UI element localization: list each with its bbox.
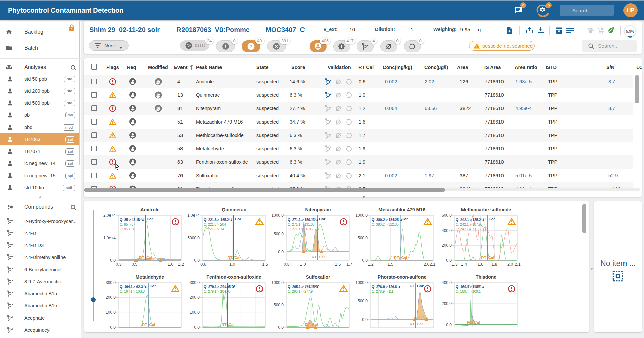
svg-text:Q: 169.4 > 109.1: Q: 169.4 > 109.1 [456, 289, 481, 293]
svg-text:Q: 279.1 > 104.05: Q: 279.1 > 104.05 [204, 289, 231, 293]
svg-text:600.0: 600.0 [442, 213, 452, 218]
svg-text:0.5: 0.5 [132, 262, 137, 267]
svg-text:5.9%: 5.9% [626, 29, 634, 33]
svg-text:300.0: 300.0 [190, 280, 200, 285]
svg-text:RT: RT [481, 256, 486, 260]
svg-text:1.4: 1.4 [461, 262, 467, 267]
svg-text:0.0: 0.0 [446, 323, 452, 327]
svg-text:RT: RT [227, 256, 232, 260]
svg-text:Cal: Cal [149, 323, 155, 327]
svg-text:1000.0: 1000.0 [355, 280, 368, 285]
svg-text:Cor: Cor [474, 284, 481, 288]
svg-text:0.0: 0.0 [194, 325, 200, 330]
svg-text:0.6: 0.6 [200, 262, 206, 267]
svg-text:1.3: 1.3 [452, 262, 457, 267]
svg-text:Cal: Cal [488, 256, 494, 260]
svg-text:Quinmerac: Quinmerac [222, 207, 246, 212]
svg-text:400.0: 400.0 [442, 280, 452, 285]
svg-text:Cal: Cal [319, 255, 325, 259]
svg-text:100.0: 100.0 [190, 310, 200, 315]
svg-text:Q: 271.1 > 131.05: Q: 271.1 > 131.05 [288, 222, 315, 226]
svg-text:1.5: 1.5 [388, 262, 393, 267]
svg-text:Cor: Cor [312, 284, 319, 288]
svg-text:RT: RT [221, 323, 226, 327]
svg-text:300.0: 300.0 [106, 280, 116, 285]
svg-text:Q: 242.1 > 185.2 ▲: Q: 242.1 > 185.2 ▲ [456, 218, 485, 222]
svg-text:Q: 276.9 > 126.8 ▲: Q: 276.9 > 126.8 ▲ [372, 285, 401, 289]
svg-text:Q: 85 > 58: Q: 85 > 58 [120, 227, 135, 231]
svg-text:0.0: 0.0 [110, 258, 116, 263]
svg-text:Metaldehyde: Metaldehyde [136, 274, 164, 280]
svg-text:RT: RT [312, 255, 317, 259]
svg-text:RT: RT [410, 284, 415, 288]
svg-text:200.0: 200.0 [442, 243, 452, 248]
svg-text:Cor: Cor [229, 284, 236, 288]
svg-text:Amitrole: Amitrole [140, 207, 160, 212]
svg-text:Cal: Cal [417, 322, 423, 326]
svg-text:RT: RT [139, 256, 144, 260]
svg-text:0.0: 0.0 [278, 325, 284, 330]
svg-text:2.1: 2.1 [430, 262, 435, 267]
svg-text:0.0: 0.0 [446, 258, 452, 263]
svg-text:RT: RT [142, 323, 147, 327]
svg-text:0.0: 0.0 [362, 258, 368, 263]
svg-text:0.0: 0.0 [362, 317, 368, 322]
svg-text:Metazachlor 479 M16: Metazachlor 479 M16 [378, 207, 425, 212]
svg-text:Cal: Cal [146, 256, 152, 260]
svg-text:500.0: 500.0 [358, 236, 368, 240]
svg-text:1.0: 1.0 [300, 262, 306, 267]
svg-text:0.0: 0.0 [194, 258, 200, 263]
svg-text:RT: RT [222, 284, 227, 288]
svg-text:2.0: 2.0 [507, 262, 513, 267]
svg-text:Phorate-oxon-sulfone: Phorate-oxon-sulfone [378, 274, 427, 280]
svg-text:Cor: Cor [147, 217, 153, 221]
svg-text:1.0: 1.0 [229, 262, 235, 267]
svg-text:Cal: Cal [229, 323, 235, 327]
svg-text:1.0e+4: 1.0e+4 [103, 236, 116, 240]
svg-text:Cor: Cor [319, 217, 326, 221]
svg-text:Cor: Cor [401, 217, 408, 221]
svg-text:RT: RT [305, 323, 310, 327]
svg-text:Q: 194.1 > 106.3: Q: 194.1 > 106.3 [120, 289, 145, 293]
svg-text:500.0: 500.0 [274, 303, 284, 307]
svg-text:RT: RT [410, 322, 415, 326]
svg-text:Q: 85 > 57: Q: 85 > 57 [120, 222, 135, 226]
svg-text:500.0: 500.0 [274, 232, 284, 236]
svg-text:1.5: 1.5 [335, 262, 341, 267]
svg-text:Methiocarbe-sulfoxide: Methiocarbe-sulfoxide [461, 207, 511, 212]
svg-text:Nitenpyram: Nitenpyram [305, 207, 331, 212]
svg-text:?: ? [250, 44, 253, 49]
svg-text:Q: 221.8 > 204: Q: 221.8 > 204 [204, 222, 226, 226]
svg-text:RT: RT [305, 284, 310, 288]
svg-text:Q: 242.1 > 77.15: Q: 242.1 > 77.15 [456, 227, 481, 231]
svg-text:1.0: 1.0 [168, 262, 173, 267]
svg-text:400.0: 400.0 [442, 228, 452, 233]
svg-text:RT: RT [467, 284, 472, 288]
svg-text:1.8: 1.8 [491, 262, 497, 267]
svg-text:0.3: 0.3 [116, 262, 121, 267]
svg-text:0.0: 0.0 [278, 250, 284, 254]
svg-text:Cor: Cor [417, 284, 424, 288]
svg-text:RT: RT [142, 284, 147, 288]
svg-text:Q: 271.1 > 96.95: Q: 271.1 > 96.95 [288, 227, 313, 231]
svg-text:1000.0: 1000.0 [271, 213, 284, 218]
svg-text:RT: RT [394, 256, 399, 260]
svg-text:1.0e+4: 1.0e+4 [187, 213, 200, 218]
svg-text:RT: RT [467, 320, 472, 324]
svg-text:0.0: 0.0 [110, 325, 116, 330]
svg-text:200.0: 200.0 [190, 295, 200, 300]
svg-text:200.0: 200.0 [106, 295, 116, 300]
svg-text:100.0: 100.0 [106, 310, 116, 315]
svg-text:2.0e+4: 2.0e+4 [103, 213, 116, 218]
svg-text:5000.0: 5000.0 [187, 236, 200, 240]
svg-text:500.0: 500.0 [358, 299, 368, 303]
svg-text:Q: 242.1 > 107.05: Q: 242.1 > 107.05 [456, 222, 483, 226]
svg-text:RT: RT [228, 217, 233, 221]
svg-text:0.8: 0.8 [284, 262, 289, 267]
svg-text:2.1: 2.1 [515, 262, 520, 267]
svg-text:Q: 221.8 > 141: Q: 221.8 > 141 [204, 227, 226, 231]
svg-text:RT: RT [139, 217, 144, 221]
svg-text:Sulfoxaflor: Sulfoxaflor [306, 274, 330, 280]
svg-text:Cor: Cor [489, 217, 495, 221]
svg-text:Cal: Cal [474, 320, 480, 324]
